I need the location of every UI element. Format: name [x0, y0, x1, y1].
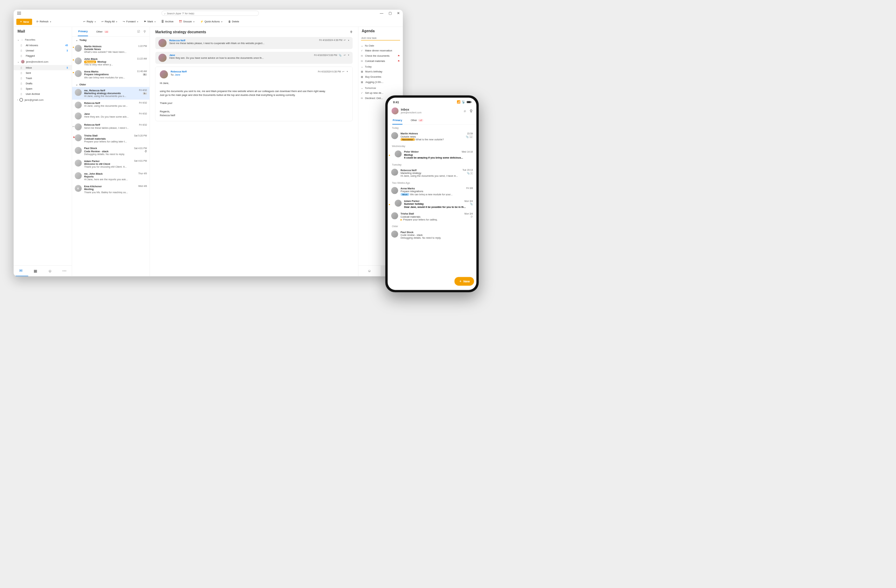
- message-item[interactable]: JaneFri 4/10 Here they are. Do you have …: [72, 111, 150, 122]
- new-button[interactable]: ＋New: [17, 18, 32, 25]
- agenda-item[interactable]: ▦Mom's birthday: [358, 69, 403, 74]
- message-item[interactable]: Anna Marks11:40 AM Prepare integrations2…: [72, 68, 150, 81]
- message-list-panel: Primary Other+1 ☑ Today Martin Holmes1:2…: [72, 27, 150, 277]
- thread-message[interactable]: Fri 4/10/2024 4:38 PM ↩ ▼Rebecca NeffSen…: [155, 37, 353, 49]
- nav-more-icon[interactable]: [57, 266, 72, 277]
- thread-message-open: Fri 4/10/2024 6:38 PM ↩ ▼Rebecca NeffTo:…: [155, 67, 353, 121]
- quickactions-button[interactable]: Quick Actions▼: [199, 20, 224, 24]
- search-icon[interactable]: [464, 108, 466, 113]
- avatar: [75, 102, 82, 108]
- phone-message-item[interactable]: Rebecca NeffTue 15:13 Marketing strategy…: [388, 167, 477, 179]
- message-item[interactable]: Rebecca NeffFri 4/10 Hi Jane, using the …: [72, 100, 150, 111]
- favorites-header[interactable]: ☆Favorites: [14, 37, 72, 43]
- account1-header[interactable]: jane@emclient.com: [14, 58, 72, 65]
- phone-title: Inbox: [401, 108, 421, 111]
- snooze-button[interactable]: Snooze▼: [178, 20, 196, 24]
- nav-item[interactable]: ▯All Inboxes45: [14, 43, 72, 48]
- agenda-title: Agenda: [358, 27, 403, 36]
- message-item[interactable]: E Ema KitchenerWed 4/8 Meeting Thank you…: [72, 183, 150, 196]
- phone-header: Inboxjane@emclient.com: [388, 107, 477, 117]
- agenda-group[interactable]: Today: [358, 64, 403, 69]
- nav-item[interactable]: ▯Flagged: [14, 53, 72, 58]
- inbox-tabs: Primary Other+1 ☑: [72, 27, 150, 37]
- refresh-button[interactable]: ⟳ Refresh ▼: [35, 20, 53, 24]
- phone-group-header: Wednesday: [388, 143, 477, 148]
- titlebar: — ▢ ✕: [14, 10, 403, 17]
- message-item[interactable]: Martin Holmes1:22 PM Outside News What's…: [72, 43, 150, 55]
- avatar: [75, 112, 82, 119]
- phone-new-button[interactable]: ＋New: [454, 277, 474, 286]
- message-item[interactable]: Paul StockSat 4:01 PM Code Review - stac…: [72, 145, 150, 157]
- maximize-button[interactable]: ▢: [388, 10, 393, 16]
- group-header[interactable]: Today: [72, 37, 150, 43]
- add-task-input[interactable]: Add new task: [361, 36, 400, 41]
- forward-button[interactable]: Forward▼: [122, 20, 140, 24]
- phone-message-item[interactable]: Anna MarksFri 3/8 Prepare integrations W…: [388, 185, 477, 198]
- nav-item[interactable]: ▯Drafts: [14, 81, 72, 86]
- select-icon[interactable]: ☑: [137, 30, 140, 34]
- phone-message-item[interactable]: Martin Holmes15:59 Outside news 12 Newsl…: [388, 130, 477, 143]
- agenda-item[interactable]: ▦Buy Groceries: [358, 74, 403, 79]
- message-item[interactable]: Adam ParkerSat 4:01 PM Welcome to eM Cli…: [72, 157, 150, 170]
- toolbar: ＋New ⟳ Refresh ▼ Reply▼ Reply All▼ Forwa…: [14, 17, 403, 27]
- message-subject: Marketing strategy documents: [155, 30, 206, 34]
- nav-item[interactable]: ▯Unread3: [14, 48, 72, 53]
- agenda-item[interactable]: ✓Make dinner reservation: [358, 48, 403, 53]
- hamburger-icon[interactable]: [17, 12, 21, 15]
- agenda-contacts-icon[interactable]: [358, 266, 381, 277]
- nav-item[interactable]: ▯Sent: [14, 70, 72, 76]
- message-item[interactable]: ↩ Rebecca NeffFri 4/10 Send me these tab…: [72, 122, 150, 132]
- nav-item[interactable]: ▯Spam: [14, 86, 72, 91]
- search-icon: [164, 12, 166, 15]
- agenda-item[interactable]: ✉Coldcall materials⚑: [358, 58, 403, 64]
- replyall-button[interactable]: Reply All▼: [101, 20, 119, 24]
- avatar: [160, 70, 168, 78]
- agenda-item[interactable]: ✉Check the documents⚑: [358, 53, 403, 58]
- agenda-group[interactable]: No Date: [358, 43, 403, 48]
- phone-message-item[interactable]: Paul Stock Code review - stack Debugging…: [388, 228, 477, 241]
- agenda-group[interactable]: Tomorrow: [358, 85, 403, 90]
- reply-button[interactable]: Reply▼: [82, 20, 97, 24]
- archive-button[interactable]: Archive: [160, 20, 175, 24]
- phone-message-item[interactable]: Peter WeberWed 14:16 Meetup It could be …: [388, 148, 477, 161]
- pin-icon[interactable]: ⚘: [350, 30, 353, 34]
- wifi-icon: [462, 100, 465, 104]
- minimize-button[interactable]: —: [379, 11, 384, 16]
- nav-calendar-icon[interactable]: [28, 266, 43, 277]
- nav-item[interactable]: ▯User Archive: [14, 91, 72, 97]
- nav-item[interactable]: ▯Inbox3: [14, 65, 72, 70]
- mark-button[interactable]: Mark▼: [143, 20, 157, 24]
- nav-title: Mail: [14, 27, 72, 37]
- filter-icon[interactable]: [143, 30, 146, 34]
- message-item[interactable]: John Black11:22 AM PersonalMeetup This i…: [72, 55, 150, 68]
- nav-item[interactable]: ▯Trash: [14, 76, 72, 81]
- thread-message[interactable]: Fri 4/10/2024 5:00 PM ↩ ▼JaneHere they a…: [155, 52, 353, 64]
- nav-mail-icon[interactable]: [14, 266, 28, 277]
- delete-button[interactable]: Delete: [227, 20, 241, 24]
- message-item[interactable]: me, John BlackThur 4/9 Reports Hi Jane, …: [72, 171, 150, 183]
- phone-group-header: Two Weeks Ago: [388, 180, 477, 185]
- tab-other[interactable]: Other+1: [96, 27, 109, 36]
- phone-group-header: Tuesday: [388, 161, 477, 167]
- tab-primary[interactable]: Primary: [78, 27, 88, 37]
- avatar: [391, 132, 398, 139]
- phone-message-item[interactable]: Trisha StallMon 3/4 Coldcall materials ⏱…: [388, 210, 477, 223]
- agenda-item[interactable]: ✓Set up new de...: [358, 90, 403, 96]
- search-field[interactable]: [162, 11, 259, 16]
- avatar: [75, 160, 82, 167]
- phone-tab-primary[interactable]: Primary: [392, 116, 402, 124]
- avatar[interactable]: [392, 107, 399, 114]
- nav-contacts-icon[interactable]: [43, 266, 57, 277]
- agenda-item[interactable]: ▦Jogging (1:00-...: [358, 79, 403, 85]
- nav-footer: [14, 265, 72, 276]
- message-item[interactable]: ⚑ Trisha StallSat 5:20 PM Coldcall mater…: [72, 132, 150, 145]
- message-item[interactable]: me, Rebecca NeffFri 4/10 Marketing strat…: [72, 87, 150, 100]
- phone-message-item[interactable]: Adam ParkerMon 3/4 Summer holiday Dear J…: [388, 198, 477, 210]
- group-header[interactable]: Older: [72, 81, 150, 87]
- close-button[interactable]: ✕: [396, 10, 401, 16]
- account2-header[interactable]: ›jane@gmail.com: [14, 97, 72, 103]
- filter-icon[interactable]: [470, 108, 472, 113]
- search-input[interactable]: [167, 12, 256, 15]
- phone-tab-other[interactable]: Other+7: [410, 116, 424, 124]
- phone-group-header: Older: [388, 223, 477, 228]
